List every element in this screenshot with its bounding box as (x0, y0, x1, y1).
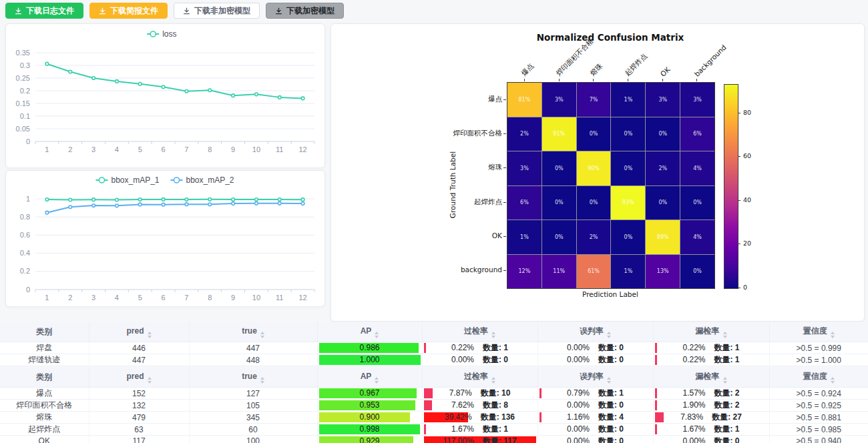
legend-item-loss[interactable]: loss (147, 29, 176, 39)
rate-values: 39.42%数量: 136 (424, 412, 536, 422)
confusion-matrix-cell: 0% (611, 151, 645, 185)
column-header-miss[interactable]: 漏检率 (653, 368, 769, 388)
cell-confidence: >0.5 = 0.925 (769, 400, 868, 412)
sort-caret-icon[interactable] (260, 332, 264, 338)
x-tick-label: 6 (162, 294, 166, 302)
column-header-label: 类别 (36, 327, 52, 336)
rate-values: 0.22%数量: 1 (424, 343, 536, 353)
cell-category: OK (0, 436, 89, 443)
table-row: 焊缝轨迹4474481.0000.00%数量: 00.00%数量: 00.22%… (0, 354, 868, 366)
legend-item-bbox_mAP_2[interactable]: bbox_mAP_2 (171, 175, 234, 185)
download-plain-model-button[interactable]: 下载非加密模型 (174, 3, 260, 19)
axis-tick (503, 236, 506, 237)
confusion-matrix-cell: 90% (577, 151, 611, 185)
x-tick-label: 1 (45, 145, 49, 153)
cell-pred: 117 (89, 436, 189, 443)
sort-caret-icon[interactable] (491, 377, 495, 384)
sort-caret-icon[interactable] (831, 377, 835, 384)
sort-caret-icon[interactable] (607, 332, 611, 338)
cell-confidence: >0.5 = 0.924 (769, 388, 868, 400)
confusion-matrix-cell: 12% (507, 255, 541, 289)
data-point (45, 211, 49, 214)
column-header-miss[interactable]: 漏检率 (653, 322, 769, 342)
cell-pred: 447 (89, 354, 189, 366)
sort-caret-icon[interactable] (375, 377, 379, 384)
column-header-confidence[interactable]: 置信度 (769, 322, 868, 342)
sort-caret-icon[interactable] (148, 377, 152, 384)
confusion-matrix-cell: 91% (542, 117, 576, 151)
download-report-button[interactable]: 下载简报文件 (89, 3, 168, 19)
column-header-label: 漏检率 (696, 326, 720, 336)
column-header-category: 类别 (0, 322, 89, 342)
axis-tick (628, 79, 628, 81)
column-header-label: pred (126, 326, 144, 336)
cell-ap: 0.900 (317, 412, 422, 424)
cell-pred: 152 (89, 388, 189, 400)
rate-percent: 0.22% (682, 343, 705, 353)
ap-value: 0.986 (319, 343, 421, 353)
y-tick-label: 0.1 (20, 112, 30, 120)
sort-caret-icon[interactable] (723, 377, 727, 384)
legend-label: loss (162, 29, 176, 39)
sort-caret-icon[interactable] (375, 332, 379, 338)
column-header-pred[interactable]: pred (89, 322, 189, 342)
download-encrypted-model-button[interactable]: 下载加密模型 (266, 3, 344, 19)
column-header-ap[interactable]: AP (317, 368, 422, 388)
x-tick-label: 4 (115, 294, 119, 302)
rate-count: 数量: 0 (483, 355, 508, 365)
metrics-table: 类别predtrueAP过检率误判率漏检率置信度焊盘4464470.9860.2… (0, 322, 868, 366)
column-header-overdetect[interactable]: 过检率 (422, 368, 537, 388)
sort-caret-icon[interactable] (831, 332, 835, 338)
rate-percent: 0.00% (451, 355, 474, 365)
column-header-overdetect[interactable]: 过检率 (422, 322, 537, 342)
column-header-confidence[interactable]: 置信度 (769, 368, 868, 388)
training-dashboard: 下载日志文件下载简报文件下载非加密模型下载加密模型 00.050.10.150.… (0, 0, 868, 443)
cell-miss: 7.83%数量: 27 (653, 412, 769, 424)
column-header-pred[interactable]: pred (89, 368, 189, 388)
table-row: 焊印面积不合格1321050.9537.62%数量: 80.00%数量: 01.… (0, 400, 868, 412)
rate-count: 数量: 0 (598, 400, 624, 410)
download-log-button[interactable]: 下载日志文件 (5, 3, 83, 19)
column-header-misjudge[interactable]: 误判率 (537, 322, 653, 342)
cell-pred: 446 (89, 342, 189, 354)
column-header-label: pred (126, 372, 144, 381)
data-point (185, 198, 188, 201)
column-header-true[interactable]: true (189, 322, 317, 342)
sort-caret-icon[interactable] (148, 332, 152, 338)
sort-caret-icon[interactable] (491, 332, 495, 338)
column-header-misjudge[interactable]: 误判率 (537, 368, 653, 388)
matrix-row-label: background (333, 266, 502, 274)
column-header-true[interactable]: true (189, 368, 317, 388)
rate-values: 1.57%数量: 2 (655, 388, 768, 398)
column-header-label: 误判率 (580, 326, 604, 336)
confusion-matrix-cell: 4% (680, 220, 714, 254)
colorbar-tick-label: 0 (743, 284, 747, 291)
data-point (278, 96, 281, 99)
sort-caret-icon[interactable] (607, 377, 611, 384)
series-line-loss (47, 64, 302, 99)
cell-category: 焊缝轨迹 (0, 354, 89, 366)
x-tick-label: 7 (184, 145, 188, 153)
download-icon (99, 7, 106, 15)
cell-confidence: >0.5 = 1.000 (769, 354, 868, 366)
confusion-matrix-cell: 2% (646, 151, 680, 185)
sort-caret-icon[interactable] (723, 332, 727, 338)
data-point (232, 198, 235, 201)
cell-confidence: >0.5 = 0.940 (769, 436, 868, 443)
column-header-label: true (242, 326, 257, 336)
column-header-label: 过检率 (464, 326, 488, 336)
table-row: 爆点1521270.9677.87%数量: 100.79%数量: 11.57%数… (0, 388, 868, 400)
legend-item-bbox_mAP_1[interactable]: bbox_mAP_1 (96, 175, 160, 185)
column-header-ap[interactable]: AP (317, 322, 422, 342)
rate-values: 0.22%数量: 1 (655, 355, 768, 365)
matrix-row-label: 焊印面积不合格 (333, 129, 502, 138)
confusion-matrix-cell: 3% (680, 83, 714, 117)
axis-tick (503, 133, 506, 134)
confusion-matrix-cell: 0% (680, 255, 714, 289)
sort-caret-icon[interactable] (260, 377, 264, 384)
data-point (162, 85, 165, 89)
x-tick-label: 7 (184, 294, 188, 302)
cell-category: 爆点 (0, 388, 89, 400)
column-header-label: 漏检率 (696, 372, 720, 381)
download-icon (15, 7, 22, 15)
